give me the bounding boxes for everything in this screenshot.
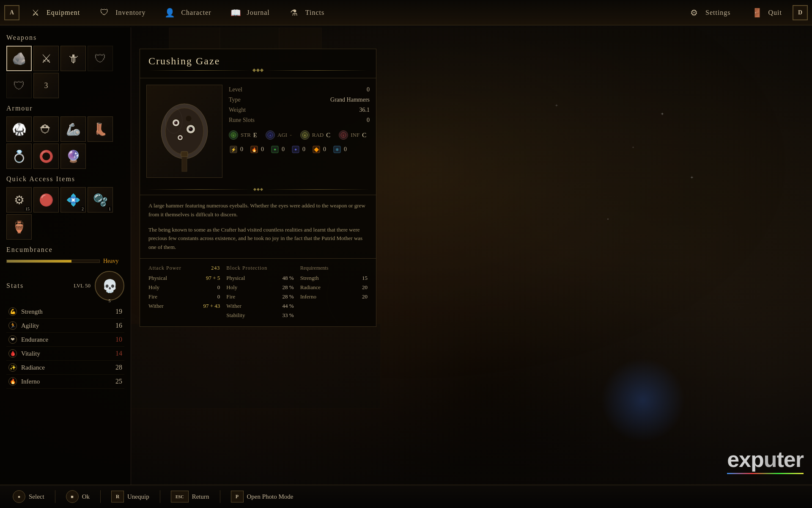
scaling-str: S STR E <box>229 130 257 140</box>
weapon-slot-1[interactable]: 🪨 <box>6 46 32 71</box>
nav-settings[interactable]: ⚙ Settings <box>678 2 739 24</box>
armour-slot-amulet[interactable]: 🔮 <box>60 144 86 169</box>
avatar-skull-icon: 💀 <box>102 279 118 293</box>
atk-phys-label: Physical <box>148 275 167 282</box>
shield-icon-1: 🛡 <box>94 52 106 66</box>
scaling-row: S STR E A AGI - R <box>229 130 370 140</box>
weapons-grid: 🪨 ⚔ 🗡 🛡 🛡 3 <box>6 46 124 98</box>
quick-slot-3[interactable]: 💠 2 <box>60 187 86 213</box>
armour-grid: 🥋 ⛑ 🦾 👢 💍 ⭕ 🔮 <box>6 116 124 169</box>
type-label: Type <box>229 97 241 103</box>
left-panel: Weapons 🪨 ⚔ 🗡 🛡 🛡 3 Armour 🥋 ⛑ 🦾 <box>0 28 131 485</box>
inf-label: INF <box>351 132 359 138</box>
str-label: STR <box>241 132 251 138</box>
svg-text:❄: ❄ <box>335 147 339 152</box>
req-str-label: Strength <box>300 275 319 282</box>
ok-label: Ok <box>82 493 90 500</box>
footer-decoration <box>140 184 376 195</box>
quick-slot-5[interactable]: 🏺 <box>6 214 32 240</box>
blk-wither-label: Wither <box>226 303 241 309</box>
stat-row-inferno: 🔥 Inferno 25 <box>6 375 124 389</box>
blk-wither-val: 44 % <box>283 303 294 309</box>
blk-fire-val: 28 % <box>283 293 294 300</box>
arcane-dmg-val: 0 <box>344 146 347 153</box>
nav-journal[interactable]: 📖 Journal <box>220 2 278 24</box>
item-detail-panel: Crushing Gaze <box>140 49 376 327</box>
armour-slot-legs[interactable]: 👢 <box>88 116 113 142</box>
rune-slots-value: 0 <box>367 117 370 124</box>
armour-slot-ring1[interactable]: 💍 <box>6 144 32 169</box>
quit-icon: 🚪 <box>750 5 765 20</box>
description-1: A large hammer featuring numerous eyebal… <box>148 202 368 219</box>
phys-dmg-val: 0 <box>240 146 243 153</box>
atk-holy-label: Holy <box>148 284 159 291</box>
armour-slot-arms[interactable]: 🦾 <box>60 116 86 142</box>
stats-header: Stats LVL 50 💀 5 <box>6 271 124 301</box>
nav-quit[interactable]: 🚪 Quit <box>741 2 790 24</box>
quick-slot-2[interactable]: 🔴 <box>33 187 59 213</box>
key-d-button[interactable]: D <box>793 5 808 20</box>
weapon-icon-2: ⚔ <box>41 52 52 66</box>
quick-slot-4[interactable]: 🫧 1 <box>88 187 113 213</box>
weapon-slot-5[interactable]: 🛡 <box>6 73 32 98</box>
atk-phys-row: Physical 97 + 5 <box>148 273 220 283</box>
weapon-icon-3: 🗡 <box>67 52 79 66</box>
quick-item-icon-2: 🔴 <box>39 193 54 207</box>
weapon-slot-3[interactable]: 🗡 <box>60 46 86 71</box>
description-2: The being known to some as the Crafter h… <box>148 226 368 252</box>
nav-tincts[interactable]: ⚗ Tincts <box>278 2 333 24</box>
separator-3 <box>160 490 160 503</box>
armour-slot-chest[interactable]: 🥋 <box>6 116 32 142</box>
weight-row: Weight 36.1 <box>229 105 370 115</box>
weapon-slot-6[interactable]: 3 <box>33 73 59 98</box>
rune-slots-row: Rune Slots 0 <box>229 115 370 125</box>
level-value: 0 <box>367 86 370 93</box>
quick-access-title: Quick Access Items <box>6 175 124 183</box>
scaling-agi: A AGI - <box>266 130 292 140</box>
stat-name-agility: Agility <box>21 322 103 329</box>
nav-character[interactable]: 👤 Character <box>154 2 219 24</box>
svg-point-12 <box>186 116 192 121</box>
atk-wither-label: Wither <box>148 303 164 309</box>
stats-section: Stats LVL 50 💀 5 💪 Strength 19 🏃 Agility… <box>6 271 124 389</box>
svg-rect-25 <box>181 152 188 157</box>
stat-name-strength: Strength <box>21 308 103 315</box>
agi-scaling-icon: A <box>266 130 275 140</box>
encumbrance-section: Encumbrance Heavy <box>6 246 124 265</box>
stat-value-radiance: 28 <box>107 364 122 371</box>
photo-mode-control[interactable]: P Open Photo Mode <box>231 491 294 502</box>
player-avatar: 💀 5 <box>95 271 124 301</box>
stat-row-radiance: ✨ Radiance 28 <box>6 361 124 375</box>
svg-text:🔥: 🔥 <box>252 147 257 152</box>
fire1-dmg-val: 0 <box>261 146 264 153</box>
atk-fire-val: 0 <box>217 293 220 300</box>
armour-slot-ring2[interactable]: ⭕ <box>33 144 59 169</box>
svg-text:S: S <box>233 134 234 137</box>
agi-grade: - <box>290 132 292 138</box>
magic-dmg-val: 0 <box>302 146 305 153</box>
key-a-button[interactable]: A <box>4 5 19 20</box>
weight-label: Weight <box>229 107 246 113</box>
quick-slot-1[interactable]: ⚙ 15 <box>6 187 32 213</box>
weapon-slot-2[interactable]: ⚔ <box>33 46 59 71</box>
quick-item-badge-4: 1 <box>108 207 112 211</box>
select-key: ● <box>13 490 25 503</box>
weight-value: 36.1 <box>359 107 370 113</box>
item-stats-right: Level 0 Type Grand Hammers Weight 36.1 R… <box>229 85 370 178</box>
tincts-icon: ⚗ <box>287 5 302 20</box>
journal-icon: 📖 <box>228 5 244 20</box>
armour-slot-head[interactable]: ⛑ <box>33 116 59 142</box>
header-decoration <box>148 69 368 72</box>
inventory-icon: 🛡 <box>97 5 112 20</box>
weapon-slot-4[interactable]: 🛡 <box>88 46 113 71</box>
watermark: exputer <box>727 447 804 474</box>
nav-equipment[interactable]: ⚔ Equipment <box>19 2 88 24</box>
blk-holy-row: Holy 28 % <box>226 283 294 292</box>
nav-inventory[interactable]: 🛡 Inventory <box>88 2 154 24</box>
blk-fire-label: Fire <box>226 293 235 300</box>
item-stats-table: Attack Power 243 Physical 97 + 5 Holy 0 … <box>140 258 376 326</box>
level-row: Level 0 <box>229 85 370 95</box>
ring-icon-1: 💍 <box>12 149 27 163</box>
stat-icon-inferno: 🔥 <box>8 377 17 386</box>
stat-name-vitality: Vitality <box>21 350 103 357</box>
